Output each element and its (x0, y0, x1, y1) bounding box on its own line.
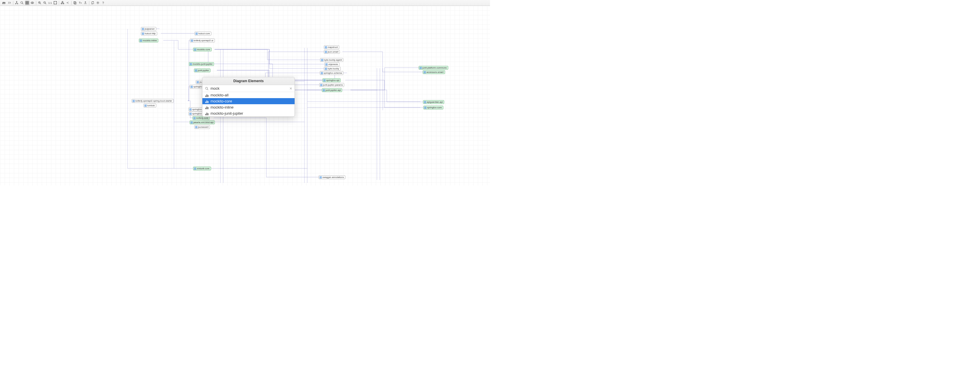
module-icon (423, 71, 426, 74)
node-byte-buddy-agent[interactable]: byte-buddy-agent (320, 58, 343, 62)
node-hutool-core[interactable]: hutool-core (194, 32, 212, 35)
module-icon (325, 63, 328, 66)
node-mockito-junit-jupiter[interactable]: mockito-junit-jupiter (189, 62, 214, 66)
popup-search-row: ✕ (202, 85, 294, 92)
node-label: knife4j-openapi2-ui (194, 39, 213, 42)
fit-icon[interactable] (53, 1, 58, 5)
module-icon (420, 67, 422, 69)
node-accessors-smart[interactable]: accessors-smart (423, 70, 445, 74)
result-label: mockito-core (210, 99, 232, 103)
node-label: junit-jupiter (198, 69, 209, 72)
diagram-canvas[interactable]: jsqlparserhutool-httphutool-coremockito-… (0, 6, 490, 186)
node-label: knife4j-core (196, 117, 208, 119)
chart-icon (205, 99, 209, 103)
chart-icon (205, 106, 209, 109)
module-icon (132, 100, 135, 102)
node-springfox-schema[interactable]: springfox-schema (320, 71, 343, 75)
node-label: mockito-junit-jupiter (192, 63, 213, 65)
module-icon (189, 108, 192, 110)
node-label: springfox-spi (326, 79, 339, 82)
popup-title: Diagram Elements (202, 77, 294, 85)
find-icon[interactable] (20, 1, 24, 5)
node-label: byte-buddy-agent (324, 59, 342, 61)
copy-icon[interactable] (73, 1, 77, 5)
module-icon (142, 28, 144, 30)
node-hutool-http[interactable]: hutool-http (141, 32, 157, 35)
module-icon (191, 40, 193, 42)
node-apiguardian-api[interactable]: apiguardian-api (423, 100, 444, 104)
popup-result-item[interactable]: mockito-junit-jupiter (202, 110, 294, 117)
text-size-icon[interactable] (78, 1, 83, 5)
node-label: junit-platform-commons (422, 67, 447, 69)
svg-point-5 (32, 2, 32, 3)
separator (13, 1, 13, 5)
svg-rect-10 (61, 3, 62, 4)
node-label: mockito-inline (143, 39, 157, 42)
node-jakarta-xml[interactable]: jakarta.xml.bind-api (189, 120, 215, 124)
popup-result-item[interactable]: mockito-inline (202, 104, 294, 110)
node-mapstruct[interactable]: mapstruct (324, 45, 339, 49)
search-icon (205, 86, 209, 91)
node-knife4j-boot-starter[interactable]: knife4j-openapi2-spring-boot-starter (132, 99, 174, 103)
node-label: swagger-annotations (322, 176, 344, 179)
popup-result-item[interactable]: mockito-all (202, 92, 294, 98)
module-icon (197, 81, 199, 83)
module-icon (325, 51, 327, 53)
actual-size-icon[interactable]: 1:1 (48, 1, 52, 5)
module-icon (195, 126, 197, 128)
node-junit-jupiter-params[interactable]: junit-jupiter-params (319, 83, 344, 87)
node-junit-jupiter[interactable]: junit-jupiter (194, 69, 210, 72)
module-icon (191, 86, 193, 88)
node-springfox-spi[interactable]: springfox-spi (322, 78, 341, 82)
zoom-in-icon[interactable] (37, 1, 42, 5)
module-icon (194, 168, 196, 170)
svg-point-30 (205, 87, 208, 89)
anchor-icon[interactable] (65, 1, 70, 5)
svg-rect-4 (26, 2, 29, 4)
node-jsqlparser[interactable]: jsqlparser (141, 27, 156, 31)
zoom-out-icon[interactable] (43, 1, 47, 5)
export-icon[interactable] (83, 1, 88, 5)
chart-icon (205, 93, 209, 97)
module-icon (189, 63, 192, 65)
grid-icon[interactable] (25, 1, 30, 5)
svg-point-14 (97, 2, 98, 3)
node-junit-jupiter-api[interactable]: junit-jupiter-api (322, 88, 342, 92)
node-label: mapstruct (328, 46, 338, 48)
module-icon (195, 69, 197, 72)
layout-icon[interactable] (60, 1, 65, 5)
node-label: junit-jupiter-api (326, 89, 341, 91)
node-label: hutool-core (198, 32, 210, 35)
node-junit-platform-commons[interactable]: junit-platform-commons (419, 66, 448, 70)
node-label: accessors-smart (426, 71, 444, 74)
result-label: mockito-all (210, 93, 229, 97)
node-knife4j-openapi2-ui[interactable]: knife4j-openapi2-ui (190, 38, 215, 42)
node-json-smart[interactable]: json-smart (324, 50, 340, 54)
node-label: springfox-schema (324, 72, 342, 74)
node-springfox-core[interactable]: springfox-core (423, 106, 443, 109)
node-mockito-core[interactable]: mockito-core (193, 48, 212, 51)
node-label: jsonassert (198, 126, 208, 128)
search-input[interactable] (210, 86, 288, 91)
eye-icon[interactable] (30, 1, 35, 5)
node-byte-buddy[interactable]: byte-buddy (324, 67, 341, 70)
help-icon[interactable]: ? (101, 1, 105, 5)
node-objenesis[interactable]: objenesis (325, 62, 339, 66)
clear-icon[interactable]: ✕ (290, 86, 292, 91)
node-label: lombok (147, 104, 155, 107)
node-swagger-annotations[interactable]: swagger-annotations (319, 175, 345, 179)
separator (71, 1, 72, 5)
settings-icon[interactable] (96, 1, 100, 5)
node-jsonassert[interactable]: jsonassert (194, 125, 210, 129)
node-xmlunit-core[interactable]: xmlunit-core (193, 166, 211, 170)
tree-icon[interactable] (14, 1, 19, 5)
module-icon (323, 79, 326, 82)
collapse-icon[interactable] (7, 1, 12, 5)
refresh-icon[interactable] (91, 1, 95, 5)
module-icon (189, 113, 192, 115)
module-icon (325, 46, 327, 48)
node-lombok[interactable]: lombok (143, 104, 156, 107)
popup-result-item[interactable]: mockito-core (202, 98, 294, 104)
diagram-elements-popup: Diagram Elements ✕ mockito-allmockito-co… (202, 77, 295, 117)
node-mockito-inline[interactable]: mockito-inline (139, 38, 158, 42)
